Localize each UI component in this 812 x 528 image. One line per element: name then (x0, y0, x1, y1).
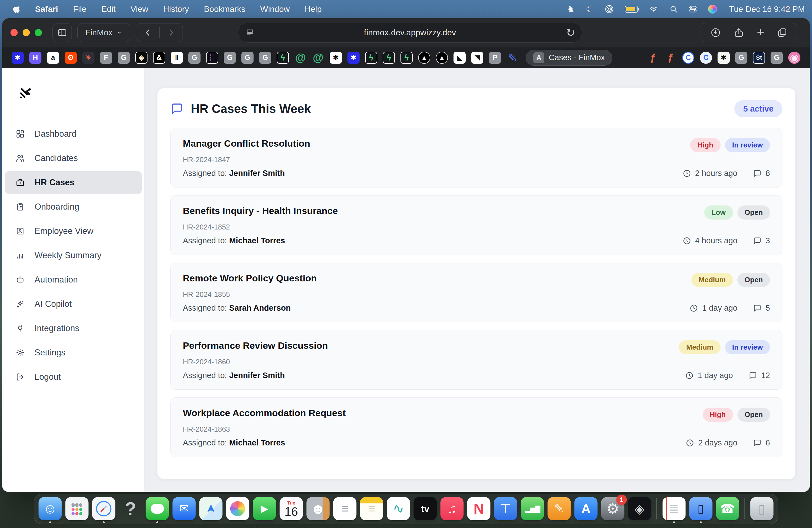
case-card[interactable]: Benefits Inquiry - Health Insurance Low … (170, 195, 782, 255)
p-grey-favicon[interactable]: P (489, 52, 501, 64)
menubar-clock[interactable]: Tue Dec 16 9:42 PM (729, 4, 805, 14)
dock-phone[interactable]: ☎ (716, 497, 739, 520)
openai-white-favicon[interactable]: ✱ (330, 52, 342, 64)
sidebar-item-employee-view[interactable]: Employee View (5, 220, 142, 243)
sidebar-item-candidates[interactable]: Candidates (5, 147, 142, 170)
page-format-icon[interactable] (246, 28, 254, 37)
profile-switcher-button[interactable]: FinMox ⌄ (77, 23, 130, 42)
sidebar-item-logout[interactable]: Logout (5, 366, 142, 388)
share-button[interactable] (734, 27, 744, 38)
chatgpt-blue-favicon[interactable]: ✱ (12, 52, 24, 64)
dock-freeform[interactable]: ∿ (387, 497, 410, 520)
bolt-favicon-1[interactable]: ϟ (277, 52, 289, 64)
menu-edit[interactable]: Edit (94, 4, 123, 14)
dock-trash[interactable]: ▯ (750, 497, 773, 520)
play-circle-favicon-1[interactable]: ▲ (418, 52, 430, 64)
menu-help[interactable]: Help (297, 4, 329, 14)
figma-favicon-2[interactable]: ƒ (665, 52, 677, 64)
chatgpt-blue-favicon-2[interactable]: ✱ (347, 52, 360, 64)
dock-keynote[interactable]: ⊤ (494, 497, 517, 520)
bolt-favicon-2[interactable]: ϟ (365, 52, 377, 64)
dock-textedit[interactable]: ≣ (662, 497, 685, 520)
bolt-favicon-3[interactable]: ϟ (383, 52, 395, 64)
new-tab-button[interactable]: + (757, 26, 764, 39)
case-card[interactable]: Performance Review Discussion Medium In … (170, 330, 782, 390)
focus-moon-icon[interactable]: ☾ (586, 5, 594, 14)
g-grey-favicon-6[interactable]: G (735, 52, 748, 64)
spiral-favicon-2[interactable]: @ (312, 52, 324, 64)
dribbble-favicon[interactable]: ◉ (788, 52, 800, 64)
f-grey-favicon[interactable]: F (100, 52, 112, 64)
control-center-icon[interactable] (689, 5, 697, 13)
creature-icon[interactable]: ♞ (567, 5, 575, 14)
dock-numbers[interactable]: ▂▅▇ (521, 497, 544, 520)
dock-contacts[interactable]: ☻ (307, 497, 330, 520)
waveform-favicon[interactable]: ┆┆ (206, 52, 218, 64)
dock-separator-1[interactable] (656, 498, 657, 519)
sidebar-toggle-button[interactable] (53, 23, 72, 42)
dock-appletv[interactable]: tv (414, 497, 437, 520)
linear-favicon[interactable]: H (29, 52, 41, 64)
g-grey-favicon-7[interactable]: G (771, 52, 783, 64)
apple-menu-icon[interactable] (7, 5, 28, 13)
zoom-window-button[interactable] (35, 29, 42, 36)
reload-icon[interactable]: ↻ (566, 27, 575, 38)
spiral-favicon-1[interactable]: @ (294, 52, 307, 64)
stripe-favicon[interactable]: St (753, 52, 765, 64)
dock-maps[interactable]: ➤ (199, 497, 222, 520)
g-grey-favicon-1[interactable]: G (118, 52, 130, 64)
dock-finder[interactable]: ☺ (39, 497, 62, 520)
dock-notes[interactable]: ≡ (360, 497, 383, 520)
spotlight-icon[interactable] (669, 5, 678, 13)
sail-favicon-1[interactable]: ◣ (453, 52, 466, 64)
close-window-button[interactable] (11, 29, 18, 36)
sidebar-item-dashboard[interactable]: Dashboard (5, 122, 142, 145)
dock-mail[interactable]: ✉ (173, 497, 196, 520)
g-grey-favicon-4[interactable]: G (242, 52, 253, 64)
dock-calendar[interactable]: Tue 16 (280, 497, 303, 520)
dock-reminders[interactable]: ≡ (333, 497, 357, 520)
figma-favicon-1[interactable]: ƒ (647, 52, 659, 64)
dock-safari[interactable] (92, 497, 115, 520)
case-card[interactable]: Manager Conflict Resolution High In revi… (170, 128, 782, 188)
airdrop-icon[interactable] (605, 5, 614, 14)
siri-icon[interactable] (708, 5, 717, 14)
menu-view[interactable]: View (123, 4, 156, 14)
sidebar-item-settings[interactable]: Settings (5, 341, 142, 364)
bolt-favicon-4[interactable]: ϟ (401, 52, 412, 64)
dock-messages[interactable] (146, 497, 169, 520)
sidebar-item-ai-copilot[interactable]: AI Copilot (5, 293, 142, 316)
menu-safari[interactable]: Safari (28, 4, 66, 14)
openai-light-favicon[interactable]: ✱ (717, 52, 730, 64)
dock-settings[interactable]: ⚙ (601, 497, 624, 520)
active-tab-pill[interactable]: A Cases - FinMox (526, 50, 612, 66)
dock-separator-2[interactable] (744, 498, 745, 519)
menu-window[interactable]: Window (253, 4, 297, 14)
c-ring-favicon-2[interactable]: C (700, 52, 712, 64)
reddit-favicon[interactable]: ʘ (64, 52, 77, 64)
dock-launchpad[interactable] (66, 497, 89, 520)
g-grey-favicon-5[interactable]: G (259, 52, 271, 64)
case-card[interactable]: Remote Work Policy Question Medium Open … (170, 263, 782, 322)
pause-favicon[interactable]: ‖ (171, 52, 183, 64)
tab-overview-button[interactable] (777, 27, 787, 38)
sailboat-favicon[interactable]: ◥ (471, 52, 483, 64)
hubspot-favicon[interactable]: ✳ (82, 52, 95, 64)
menu-bookmarks[interactable]: Bookmarks (197, 4, 253, 14)
dock-pages[interactable]: ✎ (548, 497, 571, 520)
sidebar-item-automation[interactable]: Automation (5, 268, 142, 291)
dock-iphone-mirroring[interactable]: ▯ (689, 497, 712, 520)
ampersand-favicon[interactable]: & (153, 52, 165, 64)
framer-favicon[interactable]: ◈ (135, 52, 147, 64)
sidebar-item-weekly-summary[interactable]: Weekly Summary (5, 244, 142, 267)
dock-facetime[interactable]: ▶ (253, 497, 276, 520)
dock-gem[interactable]: ◈ (628, 497, 651, 520)
c-ring-favicon-1[interactable]: C (682, 52, 694, 64)
address-bar[interactable]: finmox.dev.appwizzy.dev ↻ (238, 23, 582, 43)
menu-file[interactable]: File (66, 4, 93, 14)
amazon-favicon[interactable]: a (47, 52, 59, 64)
dock-music[interactable]: ♫ (440, 497, 464, 520)
play-circle-favicon-2[interactable]: ▲ (436, 52, 448, 64)
g-grey-favicon-3[interactable]: G (224, 52, 236, 64)
dock-news[interactable]: N (467, 497, 491, 520)
